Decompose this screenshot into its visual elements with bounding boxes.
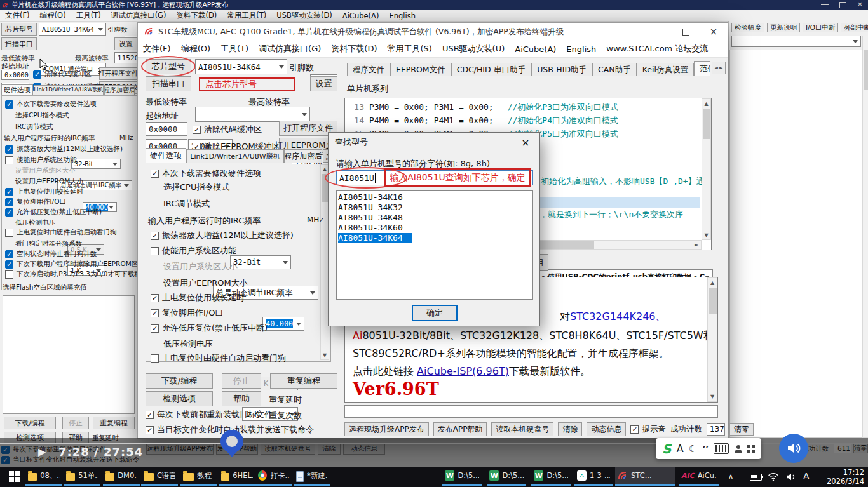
list-item[interactable]: AI8051U-34K16 bbox=[338, 192, 532, 203]
wifi-icon[interactable] bbox=[768, 471, 779, 483]
volume-overlay-icon[interactable] bbox=[779, 434, 808, 463]
punctuation-icon[interactable]: ’’ bbox=[702, 444, 709, 453]
fw-addr1-input[interactable]: 0x0000 bbox=[146, 122, 187, 136]
fw-clear-count-button[interactable]: 清零 bbox=[729, 423, 754, 436]
fw-tab-encrypt[interactable]: 程序加密后 bbox=[284, 149, 322, 163]
fw-menu-file[interactable]: 文件(F) bbox=[138, 43, 176, 55]
fw-menu-forum[interactable]: www.STCAI.com 论坛交流 bbox=[601, 43, 713, 55]
bg-opt-user-sys[interactable]: 使能用户系统区功能 bbox=[5, 156, 77, 164]
fw-opt-lvr[interactable]: 允许低压复位(禁止低压中断) bbox=[151, 323, 268, 334]
bg-maximize-button[interactable] bbox=[839, 2, 846, 8]
dialog-ok-button[interactable]: 确定 bbox=[412, 305, 458, 321]
bg-tab-offline[interactable]: Link1D/Writer1A/U8W脱机 bbox=[34, 85, 104, 95]
fw-remote-app-button[interactable]: 远程现场升级APP发布 bbox=[344, 422, 429, 436]
bg-download-button[interactable]: 下载/编程 bbox=[4, 417, 56, 429]
fw-repeat-button[interactable]: 重复编程 bbox=[270, 373, 337, 389]
bg-opt-idle-wdt[interactable]: 空闲状态时停止看门狗计数 bbox=[5, 250, 97, 258]
dialog-titlebar[interactable]: 查找型号 × bbox=[329, 133, 539, 152]
fw-com-port-combo[interactable] bbox=[195, 107, 310, 122]
fw-menu-download[interactable]: 资料下载(D) bbox=[326, 43, 382, 55]
fw-rtab-scroll-arrows[interactable]: ◄► bbox=[712, 62, 726, 74]
person-icon[interactable] bbox=[735, 445, 742, 453]
tray-volume-icon[interactable] bbox=[785, 471, 797, 483]
fw-clear-code-checkbox[interactable]: 清除代码缓冲区 bbox=[193, 124, 262, 135]
fw-opt-long-delay[interactable]: 上电复位使用较长延时 bbox=[151, 292, 245, 304]
bg-rtab-2[interactable]: I/O口中断 bbox=[803, 23, 838, 32]
list-item[interactable]: AI8051U-34K32 bbox=[338, 203, 532, 213]
tray-clock[interactable]: 17:12 2026/3/14 bbox=[821, 468, 864, 486]
bg-opt-wdt[interactable]: 上电复位时由硬件自动启动看门狗 bbox=[5, 228, 117, 237]
bg-menu-download[interactable]: 资料下载(D) bbox=[172, 11, 222, 20]
bg-scan-port-button[interactable]: 扫描串口 bbox=[1, 37, 37, 50]
bg-tab-hardware[interactable]: 硬件选项 bbox=[1, 84, 33, 95]
fw-opt-reset-io[interactable]: 复位脚用作I/O口 bbox=[151, 307, 223, 319]
bg-opt-cold-boot[interactable]: 下次冷启动时,P3.2/P3.3为0/0才可下载程序 bbox=[5, 270, 147, 279]
code-vscrollbar[interactable] bbox=[702, 98, 711, 240]
fw-titlebar[interactable]: STC车规级MCU, AEC-Q100 Grade1, 单片机在线升级编程仿真调… bbox=[138, 23, 728, 41]
taskbar-item-notepad[interactable]: *新建... bbox=[294, 467, 330, 486]
bg-repeat-button[interactable]: 重复编程 bbox=[93, 417, 135, 429]
fw-rtab-can[interactable]: CAN助手 bbox=[592, 63, 637, 76]
aicube-isp-link[interactable]: AiCube-ISP(6.96T) bbox=[417, 365, 509, 377]
fw-help-button[interactable]: 帮助 bbox=[222, 391, 261, 406]
bg-menu-aicube[interactable]: AiCube(A) bbox=[337, 11, 384, 20]
tray-expand-icon[interactable]: ∧ bbox=[728, 472, 733, 481]
bg-right-scrollbar[interactable] bbox=[862, 36, 868, 438]
fw-rtab-cdc[interactable]: CDC/HID-串口助手 bbox=[451, 63, 532, 76]
taskbar-item-aicube[interactable]: AiCu... bbox=[679, 467, 719, 486]
fw-scan-port-button[interactable]: 扫描串口 bbox=[146, 76, 191, 91]
fw-beep-checkbox[interactable]: 提示音 bbox=[630, 424, 666, 435]
bg-rtab-3[interactable]: 外部中断 bbox=[841, 23, 868, 32]
fw-download-button[interactable]: 下载/编程 bbox=[146, 373, 213, 389]
fw-minimize-button[interactable] bbox=[644, 23, 672, 41]
fw-menu-english[interactable]: English bbox=[561, 44, 601, 54]
fw-settings-button[interactable]: 设置 bbox=[310, 76, 337, 91]
info-vscrollbar[interactable] bbox=[707, 277, 717, 402]
video-seek-handle[interactable] bbox=[220, 430, 243, 453]
list-item[interactable]: AI8051U-34K48 bbox=[338, 213, 532, 223]
fw-check-options-button[interactable]: 检测选项 bbox=[146, 391, 213, 406]
fw-tab-hardware[interactable]: 硬件选项 bbox=[146, 148, 186, 163]
moon-icon[interactable]: ☾ bbox=[689, 443, 697, 455]
bg-menu-english[interactable]: English bbox=[384, 11, 421, 20]
taskbar-item-stc-active[interactable]: STC... bbox=[615, 467, 675, 486]
fw-menu-common[interactable]: 常用工具(S) bbox=[382, 43, 437, 55]
battery-icon[interactable] bbox=[750, 474, 762, 481]
list-item-selected[interactable]: AI8051U-34K64 bbox=[338, 233, 532, 243]
bg-minimize-button[interactable] bbox=[821, 4, 829, 5]
fw-irc-freq-combo[interactable]: 40.000 bbox=[262, 317, 304, 331]
bg-max-baud-combo[interactable]: 115200 bbox=[114, 52, 137, 63]
bg-rtab-0[interactable]: 检验幅度 bbox=[731, 23, 764, 32]
bg-cpu-mode-combo[interactable]: 32-Bit bbox=[71, 159, 121, 169]
bg-rtab-1[interactable]: 更新说明 bbox=[767, 23, 800, 32]
bg-menu-tools[interactable]: 工具(T) bbox=[71, 11, 106, 20]
bg-chip-model-button[interactable]: 芯片型号 bbox=[1, 23, 37, 36]
bg-opt-erase-ee[interactable]: 下次下载用户程序时擦除用户EEPROM区 bbox=[5, 260, 138, 269]
dialog-close-button[interactable]: × bbox=[512, 133, 539, 152]
bg-menu-common[interactable]: 常用工具(T) bbox=[222, 11, 271, 20]
bg-open-program-button[interactable]: 打开程序文件 bbox=[99, 67, 137, 80]
fw-tab-offline[interactable]: Link1D/Writer1A/U8W脱机 bbox=[186, 149, 284, 163]
fw-reload-checkbox[interactable]: 每次下载前都重新装载目标文件 bbox=[146, 409, 273, 420]
bg-opt-osc-gain[interactable]: 振荡器放大增益(12M以上建议选择) bbox=[5, 145, 123, 154]
taskbar-item-doc1[interactable]: D:\5... bbox=[442, 467, 482, 486]
fw-menu-program[interactable]: 编程(O) bbox=[176, 43, 215, 55]
fw-maximize-button[interactable] bbox=[672, 23, 700, 41]
taskbar-item-folder-tutorial[interactable]: 教程 bbox=[180, 467, 217, 486]
fw-dyninfo-button[interactable]: 动态信息 bbox=[587, 422, 626, 436]
start-button[interactable] bbox=[9, 471, 20, 482]
taskbar-item-folder-51[interactable]: 51单... bbox=[64, 467, 100, 486]
bg-opt-lvr[interactable]: 允许低压复位(禁止低压中断) bbox=[5, 208, 102, 217]
bg-menu-usb[interactable]: USB驱动安装(D) bbox=[271, 11, 337, 20]
fw-menu-usb[interactable]: USB驱动安装(U) bbox=[437, 43, 510, 55]
bg-menu-debug[interactable]: 调试仿真接口(G) bbox=[106, 11, 172, 20]
bg-opt-modify-hw[interactable]: 本次下载需要修改硬件选项 bbox=[5, 100, 97, 109]
sogou-logo-icon[interactable]: S bbox=[662, 441, 671, 457]
ime-mode-icon[interactable]: A bbox=[677, 443, 684, 455]
fw-opt-modify-hw[interactable]: 本次下载需要修改硬件选项 bbox=[151, 168, 261, 179]
bg-menu-program[interactable]: 编程(O) bbox=[35, 11, 71, 20]
fw-clear-button[interactable]: 清除 bbox=[558, 422, 582, 436]
fw-read-disk-button[interactable]: 读取本机硬盘号 bbox=[491, 422, 553, 436]
taskbar-item-folder-dm0[interactable]: DM0... bbox=[103, 467, 140, 486]
fw-rtab-usbhid[interactable]: USB-HID助手 bbox=[531, 63, 592, 76]
